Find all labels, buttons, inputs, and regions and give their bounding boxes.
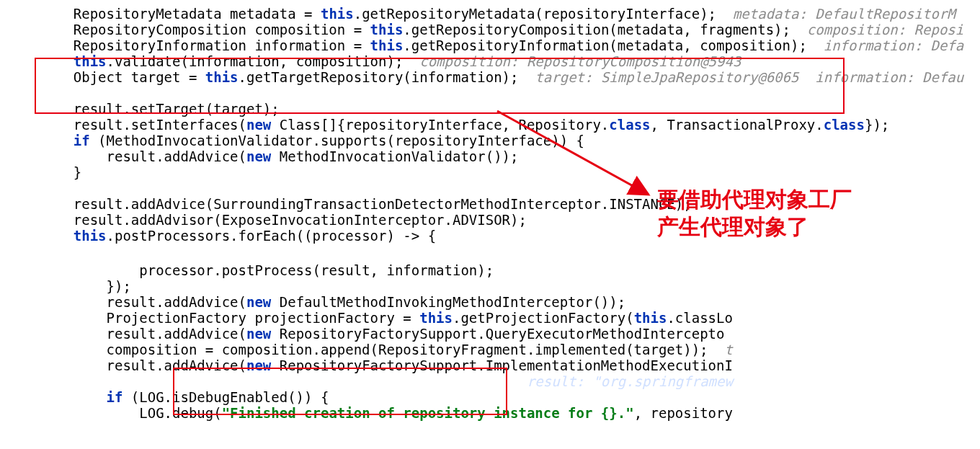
code-line[interactable]: if (LOG.isDebugEnabled()) {: [40, 389, 980, 405]
code-line[interactable]: Object target = this.getTargetRepository…: [40, 69, 980, 85]
code-line[interactable]: result.addAdvice(new MethodInvocationVal…: [40, 148, 980, 164]
code-line[interactable]: processor.postProcess(result, informatio…: [40, 262, 980, 278]
code-line[interactable]: composition = composition.append(Reposit…: [40, 342, 980, 357]
code-line[interactable]: RepositoryComposition composition = this…: [40, 22, 980, 37]
code-line[interactable]: ProjectionFactory projectionFactory = th…: [40, 310, 980, 326]
code-line[interactable]: });: [40, 278, 980, 294]
code-line[interactable]: RepositoryMetadata metadata = this.getRe…: [40, 6, 980, 22]
code-line[interactable]: LOG.debug("Finished creation of reposito…: [40, 405, 980, 421]
code-line[interactable]: if (MethodInvocationValidator.supports(r…: [40, 133, 980, 148]
code-line[interactable]: }: [40, 164, 980, 180]
code-line[interactable]: ProxyFactory result = new ProxyFactory()…: [40, 85, 980, 101]
code-line[interactable]: result.setInterfaces(new Class[]{reposit…: [40, 117, 980, 133]
code-line[interactable]: T repository = result.getProxy(this.clas…: [40, 373, 980, 389]
code-line[interactable]: result.addAdvice(new RepositoryFactorySu…: [40, 326, 980, 342]
editor-gutter: [0, 0, 36, 449]
code-line[interactable]: this.postProcessors.forEach((processor) …: [40, 228, 980, 244]
code-line[interactable]: result.addAdvice(SurroundingTransactionD…: [40, 196, 980, 212]
code-line[interactable]: RepositoryInformation information = this…: [40, 37, 980, 53]
code-line[interactable]: result.addAdvice(new RepositoryFactorySu…: [40, 357, 980, 373]
code-line[interactable]: result.setTarget(target);: [40, 101, 980, 117]
code-line[interactable]: result.addAdvice(new DefaultMethodInvoki…: [40, 294, 980, 310]
code-line[interactable]: this.validate(information, composition);…: [40, 53, 980, 69]
code-line[interactable]: [40, 180, 980, 196]
code-line[interactable]: result.addAdvisor(ExposeInvocationInterc…: [40, 212, 980, 228]
